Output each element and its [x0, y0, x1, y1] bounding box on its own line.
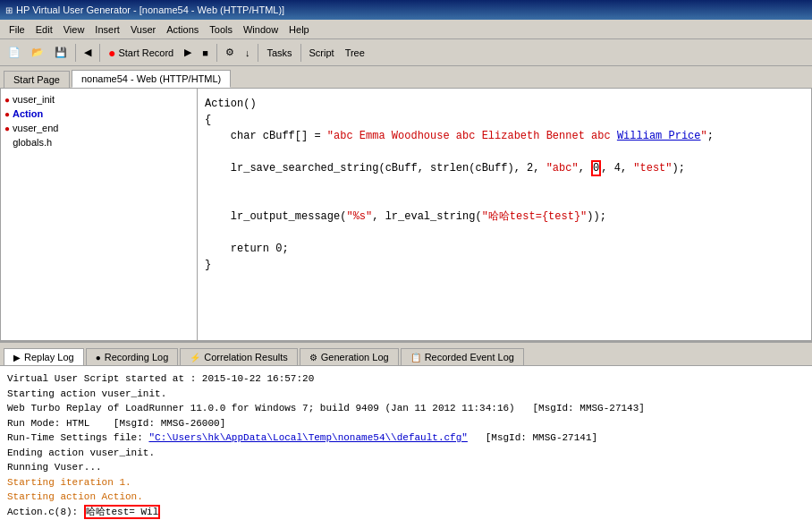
- menu-help[interactable]: Help: [283, 22, 315, 37]
- menu-bar: File Edit View Insert Vuser Actions Tool…: [0, 20, 812, 39]
- script-label: Script: [309, 47, 334, 58]
- tree-button[interactable]: Tree: [341, 42, 369, 64]
- sep3: [216, 44, 217, 62]
- tree-label-vuser-init: vuser_init: [13, 94, 55, 105]
- menu-actions[interactable]: Actions: [161, 22, 204, 37]
- tree-label-vuser-end: vuser_end: [13, 123, 58, 133]
- save-button[interactable]: 💾: [50, 42, 72, 64]
- title-bar: ⊞ HP Virtual User Generator - [noname54 …: [0, 0, 812, 20]
- code-line-5: [205, 192, 804, 209]
- code-close-brace: }: [205, 257, 804, 273]
- file-icon-vuser-end: ●: [4, 124, 10, 133]
- correlation-icon: ⚡: [190, 353, 200, 362]
- menu-insert[interactable]: Insert: [89, 22, 125, 37]
- code-line-3: lr_save_searched_string(cBuff, strlen(cB…: [205, 160, 804, 176]
- log-line-7: Running Vuser...: [7, 460, 805, 475]
- log-line-3: Web Turbo Replay of LoadRunner 11.0.0 fo…: [7, 401, 805, 416]
- new-button[interactable]: 📄: [4, 42, 25, 64]
- back-button[interactable]: ◀: [80, 42, 96, 64]
- tree-item-globals[interactable]: globals.h: [4, 135, 193, 149]
- open-button[interactable]: 📂: [27, 42, 48, 64]
- app-icon: ⊞: [5, 5, 13, 15]
- tree-label: Tree: [345, 47, 365, 58]
- code-line-7: [205, 225, 804, 241]
- tab-correlation-label: Correlation Results: [204, 352, 288, 362]
- tab-correlation-results[interactable]: ⚡ Correlation Results: [180, 348, 298, 365]
- menu-window[interactable]: Window: [238, 22, 283, 37]
- script-button[interactable]: Script: [305, 42, 339, 64]
- sep1: [75, 44, 76, 62]
- menu-edit[interactable]: Edit: [30, 22, 58, 37]
- log-line-4: Run Mode: HTML [MsgId: MMSG-26000]: [7, 416, 805, 431]
- replay-log-icon: ▶: [13, 353, 21, 362]
- title-text: HP Virtual User Generator - [noname54 - …: [16, 4, 284, 15]
- code-line-4: [205, 176, 804, 192]
- tab-generation-log[interactable]: ⚙ Generation Log: [300, 348, 399, 365]
- tab-replay-log[interactable]: ▶ Replay Log: [4, 348, 84, 365]
- recording-log-icon: ●: [96, 353, 101, 362]
- code-line-2: [205, 144, 804, 160]
- tree-label-action: Action: [13, 108, 43, 119]
- tab-recorded-event-label: Recorded Event Log: [425, 352, 514, 362]
- sep5: [300, 44, 301, 62]
- compile-button[interactable]: ⚙: [221, 42, 239, 64]
- bottom-tab-bar: ▶ Replay Log ● Recording Log ⚡ Correlati…: [0, 343, 812, 366]
- log-line-1: Virtual User Script started at : 2015-10…: [7, 371, 805, 387]
- file-tree: ● vuser_init ● Action ● vuser_end global…: [1, 89, 198, 340]
- play-button[interactable]: ▶: [180, 42, 196, 64]
- code-open-brace: {: [205, 112, 804, 128]
- menu-vuser[interactable]: Vuser: [125, 22, 161, 37]
- code-line-1: char cBuff[] = "abc Emma Woodhouse abc E…: [205, 128, 804, 144]
- log-line-2: Starting action vuser_init.: [7, 387, 805, 402]
- log-line-6: Ending action vuser_init.: [7, 446, 805, 461]
- log-content: Virtual User Script started at : 2015-10…: [0, 366, 812, 520]
- start-record-label: Start Record: [118, 47, 173, 58]
- step-button[interactable]: ↓: [241, 42, 255, 64]
- tab-recording-log[interactable]: ● Recording Log: [86, 348, 179, 365]
- start-record-button[interactable]: ● Start Record: [104, 42, 178, 64]
- tree-label-globals: globals.h: [13, 137, 52, 148]
- file-icon-action: ●: [4, 109, 10, 119]
- code-title: Action(): [205, 96, 804, 112]
- bottom-panel: ▶ Replay Log ● Recording Log ⚡ Correlati…: [0, 341, 812, 520]
- tasks-button[interactable]: Tasks: [262, 42, 296, 64]
- tree-item-vuser-init[interactable]: ● vuser_init: [4, 92, 193, 107]
- menu-view[interactable]: View: [58, 22, 90, 37]
- toolbar: 📄 📂 💾 ◀ ● Start Record ▶ ■ ⚙ ↓ Tasks Scr…: [0, 39, 812, 66]
- recorded-event-icon: 📋: [410, 353, 421, 362]
- record-dot-icon: ●: [108, 46, 115, 60]
- main-content: ● vuser_init ● Action ● vuser_end global…: [0, 88, 812, 341]
- sep4: [258, 44, 258, 62]
- tree-item-vuser-end[interactable]: ● vuser_end: [4, 121, 193, 135]
- code-line-return: return 0;: [205, 241, 804, 257]
- tab-recorded-event-log[interactable]: 📋 Recorded Event Log: [401, 348, 524, 365]
- document-tabs: Start Page noname54 - Web (HTTP/HTML): [0, 66, 812, 88]
- code-line-6: lr_output_message("%s", lr_eval_string("…: [205, 209, 804, 225]
- tab-recording-log-label: Recording Log: [105, 352, 169, 362]
- menu-file[interactable]: File: [4, 22, 30, 37]
- stop-button[interactable]: ■: [198, 42, 213, 64]
- tab-replay-log-label: Replay Log: [24, 352, 74, 362]
- log-line-8: Starting iteration 1.: [7, 475, 805, 490]
- log-line-9: Starting action Action.: [7, 490, 805, 505]
- menu-tools[interactable]: Tools: [204, 22, 238, 37]
- settings-file-link[interactable]: "C:\Users\hk\AppData\Local\Temp\noname54…: [148, 432, 467, 443]
- tab-noname54[interactable]: noname54 - Web (HTTP/HTML): [72, 70, 231, 88]
- tree-item-action[interactable]: ● Action: [4, 107, 193, 121]
- code-editor[interactable]: Action() { char cBuff[] = "abc Emma Wood…: [198, 89, 811, 340]
- log-line-10: Action.c(8): 哈哈test= Wil: [7, 505, 805, 520]
- log-line-5: Run-Time Settings file: "C:\Users\hk\App…: [7, 430, 805, 446]
- tab-generation-log-label: Generation Log: [321, 352, 389, 362]
- generation-log-icon: ⚙: [309, 353, 317, 362]
- sep2: [99, 44, 100, 62]
- tasks-label: Tasks: [266, 47, 292, 58]
- file-icon: ●: [4, 95, 10, 105]
- file-icon-globals: [4, 137, 10, 148]
- action-result-highlight: 哈哈test= Wil: [84, 505, 160, 519]
- tab-start-page[interactable]: Start Page: [4, 71, 70, 88]
